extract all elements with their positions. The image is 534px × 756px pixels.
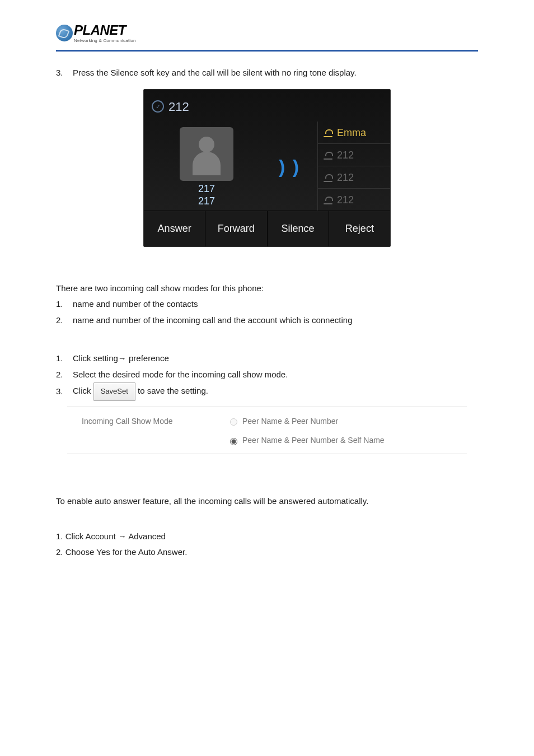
softkey-silence[interactable]: Silence [268,211,329,246]
softkey-answer[interactable]: Answer [144,211,205,246]
radio-peer-name-number[interactable]: Peer Name & Peer Number [227,414,385,429]
setting-label: Incoming Call Show Mode [82,414,227,429]
caller-line2: 217 [198,195,215,208]
phone-line-icon [324,197,332,203]
line-key-2[interactable]: 212 [317,143,390,166]
phone-line-icon [324,152,332,158]
autoanswer-step-1: 1. Click Account → Advanced [56,529,478,545]
config-step-1: 1. Click setting→ preference [56,351,478,367]
header-divider [56,50,478,52]
mode-item-2: 2. name and number of the incoming call … [56,312,478,329]
logo-tagline: Networking & Communication [74,38,136,43]
modes-intro: There are two incoming call show modes f… [56,281,478,297]
step-index: 3. [56,65,73,81]
phone-line-icon [324,174,332,181]
line-keys: Emma 212 212 212 [317,122,390,211]
phone-line-number: 212 [168,95,189,119]
softkey-forward[interactable]: Forward [205,211,267,246]
brand-logo: PLANET Networking & Communication [56,22,478,43]
softkey-reject[interactable]: Reject [329,211,390,246]
autoanswer-step-2: 2. Choose Yes for the Auto Answer. [56,544,478,561]
caller-avatar [180,127,233,181]
phone-call-screen: ✓ 212 217 217 ) ) [143,89,391,247]
line-key-1[interactable]: Emma [317,122,390,143]
phone-title-bar: ✓ 212 [144,90,390,122]
logo-globe-icon [56,25,73,41]
phone-line-icon [324,129,332,136]
radio-input-opt2[interactable] [230,438,237,445]
config-step-3: 3. Click SaveSet to save the setting. [56,382,478,401]
autoanswer-intro: To enable auto answer feature, all the i… [56,493,478,510]
step-text: Press the Silence soft key and the call … [73,65,357,81]
incoming-call-show-mode-row: Incoming Call Show Mode Peer Name & Peer… [67,407,467,448]
config-step-2: 2. Select the desired mode for the incom… [56,367,478,383]
logo-text: PLANET [74,22,136,38]
phone-status-icon: ✓ [152,100,164,113]
ringing-icon: ) ) [279,148,300,185]
radio-input-opt1[interactable] [230,418,237,426]
line-key-4[interactable]: 212 [317,188,390,211]
saveset-button[interactable]: SaveSet [93,382,135,401]
caller-line1: 217 [198,183,215,195]
radio-peer-name-number-self[interactable]: Peer Name & Peer Number & Self Name [227,433,385,448]
mode-item-1: 1. name and number of the contacts [56,296,478,312]
line-key-3[interactable]: 212 [317,166,390,188]
instruction-step-3: 3. Press the Silence soft key and the ca… [56,65,478,81]
